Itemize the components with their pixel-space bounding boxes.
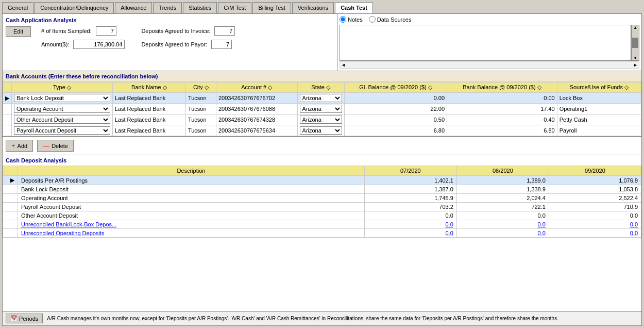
scrollbar-up-arrow[interactable]: ▲ bbox=[633, 25, 637, 30]
deposit-col2-cell: 0.0 bbox=[456, 229, 549, 238]
city-col-header[interactable]: City ◇ bbox=[185, 83, 216, 93]
source-use-col-header[interactable]: Source/Use of Funds ◇ bbox=[557, 83, 641, 93]
deposits-invoice-label: Deposits Agreed to Invoice: bbox=[141, 28, 210, 34]
bank-balance-col-header[interactable]: Bank Balance @ 09/2020 ($) ◇ bbox=[447, 83, 557, 93]
deposits-invoice-value: 7 bbox=[214, 26, 235, 36]
tab-concentration[interactable]: Concentration/Delinquency bbox=[35, 2, 114, 13]
periods-button[interactable]: 📅 Periods bbox=[6, 314, 43, 323]
delete-button[interactable]: — Delete bbox=[37, 140, 74, 152]
type-select[interactable]: Bank Lock Deposit bbox=[14, 94, 110, 102]
notes-radio[interactable]: Notes bbox=[340, 16, 363, 23]
bank-name-cell: Last Replaced Bank bbox=[112, 125, 185, 136]
type-col-header[interactable]: Type ◇ bbox=[12, 83, 113, 93]
tab-cash-test[interactable]: Cash Test bbox=[335, 2, 373, 13]
scrollbar-down-arrow[interactable]: ▼ bbox=[633, 56, 637, 60]
state-cell[interactable]: Arizona bbox=[297, 104, 344, 114]
scrollbar-thumb[interactable] bbox=[632, 38, 638, 48]
deposit-row[interactable]: Unreconciled Bank/Lock-Box Depos... 0.0 … bbox=[3, 220, 641, 229]
data-sources-radio[interactable]: Data Sources bbox=[369, 16, 412, 23]
type-cell[interactable]: Operating Account bbox=[12, 104, 113, 114]
deposit-desc-cell[interactable]: Unreconciled Operating Deposits bbox=[18, 229, 365, 238]
type-select[interactable]: Other Account Deposit bbox=[14, 116, 110, 124]
deposit-row-indicator: ▶ bbox=[3, 176, 18, 185]
deposit-row[interactable]: Unreconciled Operating Deposits 0.0 0.0 … bbox=[3, 229, 641, 238]
state-cell[interactable]: Arizona bbox=[297, 125, 344, 136]
deposit-desc-cell: Deposits Per A/R Postings bbox=[18, 176, 365, 185]
bank-balance-cell: 0.00 bbox=[447, 93, 557, 104]
state-select[interactable]: Arizona bbox=[300, 105, 342, 113]
deposit-table-container[interactable]: Description 07/2020 08/2020 09/2020 ▶ De… bbox=[3, 166, 641, 311]
state-select[interactable]: Arizona bbox=[300, 116, 342, 124]
city-cell: Tucson bbox=[185, 93, 216, 104]
gl-balance-col-header[interactable]: GL Balance @ 09/2020 ($) ◇ bbox=[344, 83, 447, 93]
deposit-col1-cell: 0.0 bbox=[364, 229, 456, 238]
tab-statistics[interactable]: Statistics bbox=[183, 2, 217, 13]
add-icon: + bbox=[11, 142, 15, 150]
deposit-col2-cell: 0.0 bbox=[456, 220, 549, 229]
deposit-row-indicator bbox=[3, 220, 18, 229]
type-select[interactable]: Operating Account bbox=[14, 105, 110, 113]
state-cell[interactable]: Arizona bbox=[297, 93, 344, 104]
state-cell[interactable]: Arizona bbox=[297, 114, 344, 125]
deposit-row-indicator bbox=[3, 203, 18, 211]
bank-accounts-table: Type ◇ Bank Name ◇ City ◇ Account # ◇ St… bbox=[3, 82, 641, 136]
deposit-desc-cell: Operating Account bbox=[18, 194, 365, 203]
cash-app-panel: Cash Application Analysis Edit # of Item… bbox=[3, 14, 337, 71]
state-select[interactable]: Arizona bbox=[300, 94, 342, 102]
type-select[interactable]: Payroll Account Deposit bbox=[14, 126, 110, 135]
add-button[interactable]: + Add bbox=[6, 140, 33, 152]
account-num-cell: 200342630767674328 bbox=[216, 114, 297, 125]
row-indicator bbox=[3, 104, 12, 114]
items-sampled-label: # of Items Sampled: bbox=[41, 28, 92, 34]
deposit-row[interactable]: Payroll Account Deposit 703.2 722.1 710.… bbox=[3, 203, 641, 211]
data-sources-label: Data Sources bbox=[377, 17, 412, 23]
items-sampled-value: 7 bbox=[96, 26, 116, 36]
row-indicator bbox=[3, 114, 12, 125]
tab-general[interactable]: General bbox=[2, 2, 33, 13]
deposit-col3-cell: 0.0 bbox=[549, 229, 641, 238]
deposit-col1-cell: 1,387.0 bbox=[364, 185, 456, 194]
data-sources-radio-input[interactable] bbox=[369, 16, 376, 23]
tab-cm-test[interactable]: C/M Test bbox=[218, 2, 251, 13]
tab-verifications[interactable]: Verifications bbox=[292, 2, 334, 13]
source-use-cell: Payroll bbox=[557, 125, 641, 136]
content-area: Cash Application Analysis Edit # of Item… bbox=[2, 13, 642, 326]
row-indicator: ▶ bbox=[3, 93, 12, 104]
edit-button[interactable]: Edit bbox=[6, 26, 31, 37]
deposit-row[interactable]: Operating Account 1,745.9 2,024.4 2,522.… bbox=[3, 194, 641, 203]
cash-app-title: Cash Application Analysis bbox=[6, 17, 334, 23]
tab-allowance[interactable]: Allowance bbox=[115, 2, 152, 13]
bank-name-cell: Last Replaced Bank bbox=[112, 104, 185, 114]
bank-row[interactable]: Operating Account Last Replaced Bank Tuc… bbox=[3, 104, 641, 114]
deposit-row[interactable]: Bank Lock Deposit 1,387.0 1,338.9 1,053.… bbox=[3, 185, 641, 194]
bank-name-col-header[interactable]: Bank Name ◇ bbox=[112, 83, 185, 93]
delete-icon: — bbox=[43, 142, 49, 150]
state-col-header[interactable]: State ◇ bbox=[297, 83, 344, 93]
tab-billing-test[interactable]: Billing Test bbox=[252, 2, 291, 13]
account-num-cell: 200342630767676702 bbox=[216, 93, 297, 104]
nav-right-arrow[interactable]: ► bbox=[633, 62, 638, 68]
bank-row[interactable]: Other Account Deposit Last Replaced Bank… bbox=[3, 114, 641, 125]
account-num-col-header[interactable]: Account # ◇ bbox=[216, 83, 297, 93]
deposit-col1-cell: 1,745.9 bbox=[364, 194, 456, 203]
bank-accounts-section: Bank Accounts (Enter these before reconc… bbox=[3, 71, 641, 137]
type-cell[interactable]: Bank Lock Deposit bbox=[12, 93, 113, 104]
tab-trends[interactable]: Trends bbox=[153, 2, 182, 13]
deposit-row[interactable]: Other Account Deposit 0.0 0.0 0.0 bbox=[3, 211, 641, 220]
state-select[interactable]: Arizona bbox=[300, 126, 342, 135]
bank-row[interactable]: Payroll Account Deposit Last Replaced Ba… bbox=[3, 125, 641, 136]
bank-row[interactable]: ▶ Bank Lock Deposit Last Replaced Bank T… bbox=[3, 93, 641, 104]
notes-textarea[interactable] bbox=[340, 25, 631, 61]
bank-name-cell: Last Replaced Bank bbox=[112, 114, 185, 125]
deposit-desc-cell[interactable]: Unreconciled Bank/Lock-Box Depos... bbox=[18, 220, 365, 229]
deposit-col1-cell: 0.0 bbox=[364, 220, 456, 229]
type-cell[interactable]: Payroll Account Deposit bbox=[12, 125, 113, 136]
bank-balance-cell: 0.40 bbox=[447, 114, 557, 125]
deposit-col1-cell: 0.0 bbox=[364, 211, 456, 220]
nav-left-arrow[interactable]: ◄ bbox=[341, 62, 346, 68]
notes-radio-input[interactable] bbox=[340, 16, 346, 23]
city-cell: Tucson bbox=[185, 104, 216, 114]
deposit-row[interactable]: ▶ Deposits Per A/R Postings 1,402.1 1,38… bbox=[3, 176, 641, 185]
type-cell[interactable]: Other Account Deposit bbox=[12, 114, 113, 125]
deposit-desc-cell: Other Account Deposit bbox=[18, 211, 365, 220]
